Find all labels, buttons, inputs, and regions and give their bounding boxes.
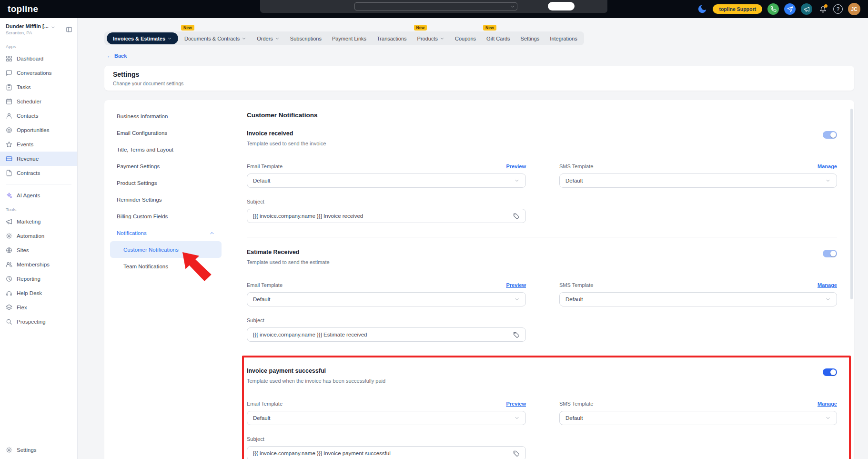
sidebar-item-reporting[interactable]: Reporting [0, 272, 77, 286]
back-link[interactable]: ←Back [107, 53, 127, 59]
phone-button[interactable] [767, 3, 779, 15]
sidebar-item-sites[interactable]: Sites [0, 243, 77, 257]
avatar[interactable]: JC [848, 3, 860, 15]
section-title: Estimate Received [247, 249, 330, 255]
sidebar-item-automation[interactable]: Automation [0, 229, 77, 243]
sidebar-item-contracts[interactable]: Contracts [0, 166, 77, 180]
chevron-down-icon [275, 36, 280, 41]
sidebar-item-flex[interactable]: Flex [0, 300, 77, 315]
scrollbar[interactable] [850, 109, 853, 299]
menu-item-title-terms-layout[interactable]: Title, Terms and Layout [110, 141, 222, 158]
help-button[interactable]: ? [833, 4, 843, 14]
overlay-dropdown[interactable] [354, 2, 517, 10]
dark-mode-moon-icon[interactable] [697, 4, 707, 14]
chevron-down-icon [514, 178, 520, 184]
sidebar-item-scheduler[interactable]: Scheduler [0, 94, 77, 109]
menu-item-business-information[interactable]: Business Information [110, 108, 222, 124]
email-template-select[interactable]: Default [247, 292, 526, 306]
tab-payment-links[interactable]: Payment Links [328, 31, 371, 45]
sidebar-item-revenue[interactable]: Revenue [0, 152, 77, 166]
sidebar-item-conversations[interactable]: Conversations [0, 66, 77, 80]
sidebar-item-help-desk[interactable]: Help Desk [0, 286, 77, 300]
preview-link[interactable]: Preview [506, 282, 526, 288]
section-toggle[interactable] [823, 250, 837, 257]
preview-link[interactable]: Preview [506, 401, 526, 407]
sidebar-item-opportunities[interactable]: Opportunities [0, 123, 77, 137]
preview-link[interactable]: Preview [506, 163, 526, 169]
menu-item-email-configurations[interactable]: Email Configurations [110, 124, 222, 141]
subject-input[interactable]: [{{ invoice.company.name }}] Estimate re… [247, 327, 526, 342]
page-header-card: Settings Change your document settings [104, 66, 854, 91]
tab-label: Documents & Contracts [184, 36, 240, 41]
chevron-down-icon [50, 25, 56, 30]
sidebar-item-label: Automation [17, 233, 44, 239]
toggle-knob [830, 251, 836, 256]
subject-input[interactable]: [{{ invoice.company.name }}] Invoice pay… [247, 446, 526, 459]
email-template-select[interactable]: Default [247, 173, 526, 188]
support-button[interactable]: topline Support [713, 4, 762, 14]
launch-button[interactable] [784, 3, 796, 15]
sidebar-item-prospecting[interactable]: Prospecting [0, 315, 77, 329]
sidebar-item-contacts[interactable]: Contacts [0, 109, 77, 123]
sidebar-item-marketing[interactable]: Marketing [0, 214, 77, 229]
chevron-down-icon [825, 178, 831, 184]
section-description: Template used to send the estimate [247, 259, 330, 265]
bell-icon [819, 6, 827, 13]
dashboard-icon [6, 55, 12, 62]
contacts-icon [6, 112, 12, 119]
menu-item-team-notifications[interactable]: Team Notifications [110, 258, 222, 275]
overlay-button[interactable] [548, 2, 575, 10]
tab-settings[interactable]: Settings [516, 31, 544, 45]
menu-item-billing-custom-fields[interactable]: Billing Custom Fields [110, 208, 222, 224]
email-template-select[interactable]: Default [247, 411, 526, 425]
subject-label: Subject [247, 436, 837, 442]
manage-link[interactable]: Manage [818, 401, 837, 407]
sms-template-select[interactable]: Default [559, 292, 837, 306]
tab-invoices-and-estimates[interactable]: Invoices & Estimates [107, 32, 178, 44]
account-switcher[interactable]: Dunder Mifflin [... Scranton, PA [0, 18, 77, 40]
manage-link[interactable]: Manage [818, 163, 837, 169]
sms-template-label: SMS Template [559, 163, 593, 169]
section-description: Template used when the invoice has been … [247, 378, 385, 384]
subject-input[interactable]: [{{ invoice.company.name }}] Invoice rec… [247, 209, 526, 223]
settings-content-card: Business Information Email Configuration… [104, 100, 854, 459]
sidebar-section-label: Apps [0, 40, 77, 51]
section-toggle[interactable] [823, 368, 837, 376]
tab-gift-cards[interactable]: NewGift Cards [482, 31, 515, 45]
menu-item-customer-notifications[interactable]: Customer Notifications [110, 241, 222, 258]
revenue-card-icon [6, 155, 12, 162]
sidebar-item-events[interactable]: Events [0, 137, 77, 152]
tab-subscriptions[interactable]: Subscriptions [286, 31, 326, 45]
sms-template-select[interactable]: Default [559, 173, 837, 188]
announcements-button[interactable] [801, 3, 812, 15]
sms-template-label: SMS Template [559, 282, 593, 288]
tab-integrations[interactable]: Integrations [545, 31, 581, 45]
sidebar-item-label: Memberships [17, 262, 50, 267]
tab-documents-and-contracts[interactable]: NewDocuments & Contracts [180, 31, 251, 45]
sidebar-item-ai-agents[interactable]: AI Agents [0, 188, 77, 203]
tab-transactions[interactable]: Transactions [373, 31, 411, 45]
automation-gear-icon [6, 233, 12, 239]
sidebar-item-memberships[interactable]: Memberships [0, 257, 77, 272]
section-toggle[interactable] [823, 131, 837, 139]
menu-item-reminder-settings[interactable]: Reminder Settings [110, 191, 222, 208]
tasks-icon [6, 84, 12, 91]
sidebar-item-dashboard[interactable]: Dashboard [0, 51, 77, 66]
topline-logo: topline [8, 4, 38, 14]
sms-template-select[interactable]: Default [559, 411, 837, 425]
manage-link[interactable]: Manage [818, 282, 837, 288]
tab-orders[interactable]: Orders [252, 31, 284, 45]
tab-label: Orders [257, 36, 273, 41]
notifications-bell-button[interactable] [818, 4, 828, 14]
tab-products[interactable]: NewProducts [413, 31, 449, 45]
tab-label: Transactions [377, 36, 407, 41]
headset-icon [6, 290, 12, 296]
tab-coupons[interactable]: Coupons [451, 31, 480, 45]
sidebar-item-tasks[interactable]: Tasks [0, 80, 77, 94]
tab-label: Settings [521, 36, 540, 41]
menu-item-payment-settings[interactable]: Payment Settings [110, 158, 222, 174]
sidebar-item-settings[interactable]: Settings [0, 441, 77, 459]
menu-item-notifications[interactable]: Notifications [110, 224, 222, 241]
collapse-sidebar-button[interactable] [66, 26, 72, 33]
menu-item-product-settings[interactable]: Product Settings [110, 174, 222, 191]
